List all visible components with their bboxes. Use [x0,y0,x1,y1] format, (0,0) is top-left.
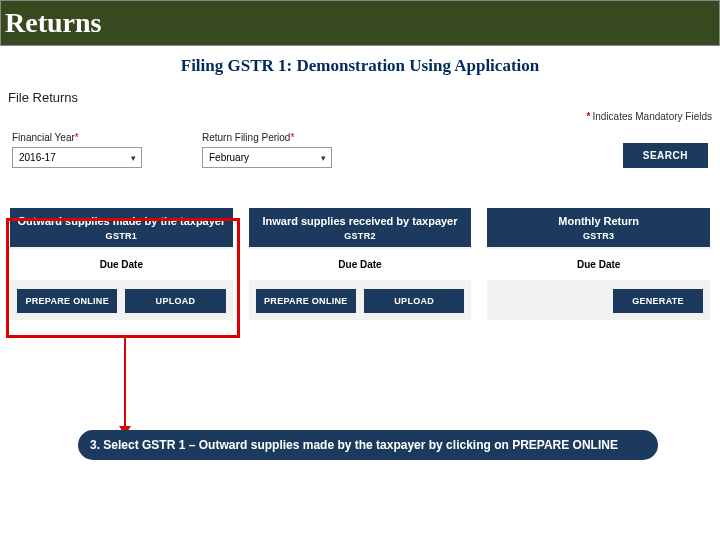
prepare-online-button[interactable]: PREPARE ONLINE [17,289,117,313]
mandatory-note: *Indicates Mandatory Fields [8,111,712,122]
return-period-select-wrap: February [202,147,332,168]
card-title: Monthly Return [493,215,704,228]
due-date-label: Due Date [10,249,233,280]
due-date-label: Due Date [487,249,710,280]
subtitle: Filing GSTR 1: Demonstration Using Appli… [0,56,720,76]
card-actions: GENERATE [487,282,710,320]
mandatory-text: Indicates Mandatory Fields [592,111,712,122]
instruction-callout: 3. Select GSTR 1 – Outward supplies made… [78,430,658,460]
card-code: GSTR3 [493,231,704,241]
upload-button[interactable]: UPLOAD [125,289,225,313]
return-period-label: Return Filing Period* [202,132,332,143]
card-title: Outward supplies made by the taxpayer [16,215,227,228]
card-head: Inward supplies received by taxpayer GST… [249,208,472,247]
financial-year-select[interactable]: 2016-17 [12,147,142,168]
card-actions: PREPARE ONLINE UPLOAD [249,282,472,320]
annotation-arrow-line [124,338,126,432]
card-head: Monthly Return GSTR3 [487,208,710,247]
page-header-banner: Returns [0,0,720,46]
return-period-select[interactable]: February [202,147,332,168]
filter-row: Financial Year* 2016-17 Return Filing Pe… [8,132,712,178]
asterisk-icon: * [587,111,591,122]
generate-button[interactable]: GENERATE [613,289,703,313]
upload-button[interactable]: UPLOAD [364,289,464,313]
page-title: File Returns [8,90,712,105]
card-head: Outward supplies made by the taxpayer GS… [10,208,233,247]
due-date-label: Due Date [249,249,472,280]
cards-row: Outward supplies made by the taxpayer GS… [8,208,712,320]
prepare-online-button[interactable]: PREPARE ONLINE [256,289,356,313]
card-gstr3: Monthly Return GSTR3 Due Date GENERATE [487,208,710,320]
financial-year-select-wrap: 2016-17 [12,147,142,168]
return-period-group: Return Filing Period* February [202,132,332,168]
card-code: GSTR1 [16,231,227,241]
card-actions: PREPARE ONLINE UPLOAD [10,282,233,320]
card-code: GSTR2 [255,231,466,241]
search-button[interactable]: SEARCH [623,143,708,168]
card-gstr1: Outward supplies made by the taxpayer GS… [10,208,233,320]
financial-year-label: Financial Year* [12,132,142,143]
app-body: File Returns *Indicates Mandatory Fields… [0,90,720,320]
card-title: Inward supplies received by taxpayer [255,215,466,228]
financial-year-group: Financial Year* 2016-17 [12,132,142,168]
card-gstr2: Inward supplies received by taxpayer GST… [249,208,472,320]
callout-wrap: 3. Select GSTR 1 – Outward supplies made… [78,430,658,460]
